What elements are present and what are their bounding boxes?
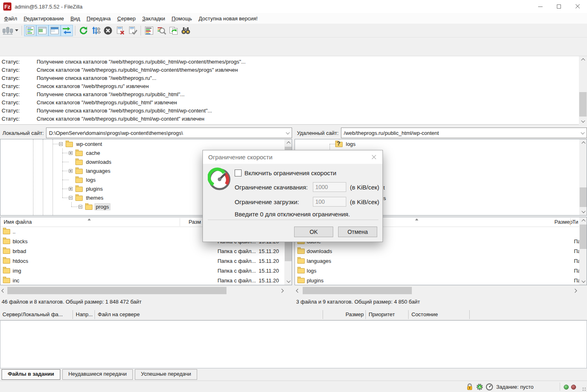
search-files-button[interactable] bbox=[180, 25, 192, 36]
local-path-combobox[interactable]: D:\OpenServer\domains\progs\wp-content\t… bbox=[46, 128, 292, 138]
toggle-queue-button[interactable] bbox=[61, 25, 73, 36]
tree-expander-icon[interactable] bbox=[59, 142, 63, 146]
tree-expander-icon[interactable] bbox=[69, 187, 73, 191]
minimize-button[interactable] bbox=[531, 0, 550, 13]
menu-item[interactable]: Вид bbox=[67, 14, 84, 23]
scroll-down-icon[interactable] bbox=[579, 208, 587, 215]
scroll-down-icon[interactable] bbox=[284, 278, 292, 285]
chevron-down-icon[interactable] bbox=[286, 130, 290, 134]
column-header-type[interactable]: Ти bbox=[572, 219, 578, 225]
column-header-size[interactable]: Размер bbox=[554, 219, 573, 225]
dialog-title: Ограничение скорости bbox=[208, 154, 273, 161]
queue-tab-label: Файлы в задании bbox=[8, 371, 54, 377]
tree-item[interactable]: wp-content bbox=[0, 139, 292, 148]
toggle-local-tree-button[interactable] bbox=[36, 25, 48, 36]
queue-column-remote-file[interactable]: Файл на сервере bbox=[98, 311, 140, 317]
remote-list-scrollbar[interactable] bbox=[579, 217, 587, 285]
tree-item[interactable]: logs bbox=[295, 139, 587, 148]
tree-expander-icon[interactable] bbox=[69, 151, 73, 155]
file-row[interactable]: plugins Па bbox=[295, 276, 587, 285]
menu-item[interactable]: Сервер bbox=[114, 14, 139, 23]
local-hscrollbar[interactable] bbox=[0, 286, 285, 295]
enable-speed-limits-checkbox[interactable] bbox=[235, 170, 242, 176]
scroll-up-icon[interactable] bbox=[579, 217, 587, 224]
menu-item[interactable]: Передача bbox=[84, 14, 114, 23]
column-header-size[interactable]: Разм bbox=[189, 219, 201, 225]
resize-grip[interactable] bbox=[582, 387, 586, 391]
process-queue-button[interactable] bbox=[90, 25, 102, 36]
queue-tab[interactable]: Неудавшиеся передачи bbox=[62, 369, 133, 380]
remote-tree-scrollbar[interactable] bbox=[579, 139, 587, 215]
queue-column-direction[interactable]: Напр... bbox=[76, 311, 93, 317]
scroll-right-icon[interactable] bbox=[572, 286, 578, 295]
speed-limit-icon[interactable] bbox=[486, 383, 493, 392]
file-row[interactable]: img Папка с файл... 15.11.20 bbox=[0, 266, 292, 276]
queue-tab[interactable]: Файлы в задании bbox=[2, 369, 60, 380]
log-row: Статус: Список каталогов "/web/theprogs.… bbox=[0, 66, 587, 74]
scroll-right-icon[interactable] bbox=[278, 286, 285, 295]
remote-hscrollbar[interactable] bbox=[295, 286, 578, 295]
queue-column-priority[interactable]: Приоритет bbox=[369, 311, 395, 317]
maximize-button[interactable] bbox=[550, 0, 568, 13]
file-name: inc bbox=[13, 277, 20, 284]
queue-column-status[interactable]: Состояние bbox=[411, 311, 438, 317]
local-tree-icon bbox=[37, 26, 47, 35]
site-manager-button[interactable] bbox=[2, 25, 14, 36]
log-row-message: Получение списка каталогов "/web/theprog… bbox=[37, 107, 212, 115]
close-button[interactable] bbox=[568, 0, 587, 13]
tree-expander-icon[interactable] bbox=[69, 169, 73, 173]
queue-status-text: Задание: пусто bbox=[496, 384, 534, 390]
site-manager-dropdown[interactable] bbox=[14, 25, 20, 36]
toggle-remote-tree-button[interactable] bbox=[48, 25, 61, 36]
scroll-down-icon[interactable] bbox=[579, 278, 587, 285]
remote-site-bar: Удаленный сайт: /web/theprogs.ru/public_… bbox=[295, 127, 587, 139]
queue-column-server-local-file[interactable]: Сервер/Локальный фа... bbox=[2, 311, 63, 317]
synchronized-browsing-button[interactable] bbox=[167, 25, 180, 36]
refresh-button[interactable] bbox=[77, 25, 90, 36]
file-row[interactable]: brbad Папка с файл... 15.11.20 bbox=[0, 247, 292, 256]
log-scrollbar[interactable] bbox=[579, 56, 587, 125]
chevron-down-icon[interactable] bbox=[581, 130, 585, 134]
file-row[interactable]: htdocs Папка с файл... 15.11.20 bbox=[0, 256, 292, 266]
download-limit-unit: (в KiB/сек) bbox=[350, 184, 379, 191]
column-header-name[interactable]: Имя файла bbox=[4, 219, 32, 225]
cancel-button[interactable] bbox=[102, 25, 114, 36]
file-row[interactable]: languages Па bbox=[295, 256, 587, 266]
cancel-button[interactable]: Отмена bbox=[338, 227, 377, 237]
local-path-value: D:\OpenServer\domains\progs\wp-content\t… bbox=[49, 130, 183, 136]
queue-column-size[interactable]: Размер bbox=[326, 311, 364, 317]
scroll-up-icon[interactable] bbox=[579, 56, 587, 63]
download-limit-input[interactable] bbox=[313, 182, 346, 192]
queue-tab[interactable]: Успешные передачи bbox=[135, 369, 197, 380]
tree-expander-icon[interactable] bbox=[69, 196, 73, 200]
transfer-queue-icon bbox=[62, 26, 72, 35]
file-row[interactable]: downloads Па bbox=[295, 247, 587, 256]
tree-expander-icon[interactable] bbox=[79, 205, 82, 209]
gear-filter-icon[interactable]: A bbox=[476, 383, 484, 392]
scroll-down-icon[interactable] bbox=[579, 118, 587, 125]
remote-tree-label-fragment: s bbox=[383, 195, 386, 201]
compare-directories-button[interactable] bbox=[143, 25, 155, 36]
folder-icon bbox=[297, 278, 305, 283]
log-view-icon bbox=[25, 26, 35, 35]
menu-item[interactable]: Редактирование bbox=[20, 14, 67, 23]
filter-button[interactable] bbox=[155, 25, 167, 36]
scroll-left-icon[interactable] bbox=[0, 286, 7, 295]
menu-item[interactable]: Закладки bbox=[139, 14, 168, 23]
file-row[interactable]: inc Папка с файл... 15.11.20 bbox=[0, 276, 292, 285]
disconnect-button[interactable] bbox=[114, 25, 126, 36]
menu-item[interactable]: Доступна новая версия! bbox=[195, 14, 261, 23]
reconnect-button[interactable] bbox=[126, 25, 139, 36]
scroll-left-icon[interactable] bbox=[295, 286, 301, 295]
file-row[interactable]: logs Па bbox=[295, 266, 587, 276]
toggle-log-button[interactable] bbox=[24, 25, 36, 36]
scroll-up-icon[interactable] bbox=[284, 139, 292, 146]
log-row-label: Статус: bbox=[2, 107, 20, 115]
upload-limit-input[interactable] bbox=[313, 197, 346, 207]
ok-button[interactable]: OK bbox=[294, 227, 333, 237]
dialog-close-button[interactable] bbox=[365, 150, 383, 164]
remote-path-combobox[interactable]: /web/theprogs.ru/public_html/wp-content bbox=[341, 128, 587, 138]
menu-item[interactable]: Файл bbox=[1, 14, 20, 23]
menu-item[interactable]: Помощь bbox=[168, 14, 195, 23]
scroll-up-icon[interactable] bbox=[579, 139, 587, 146]
